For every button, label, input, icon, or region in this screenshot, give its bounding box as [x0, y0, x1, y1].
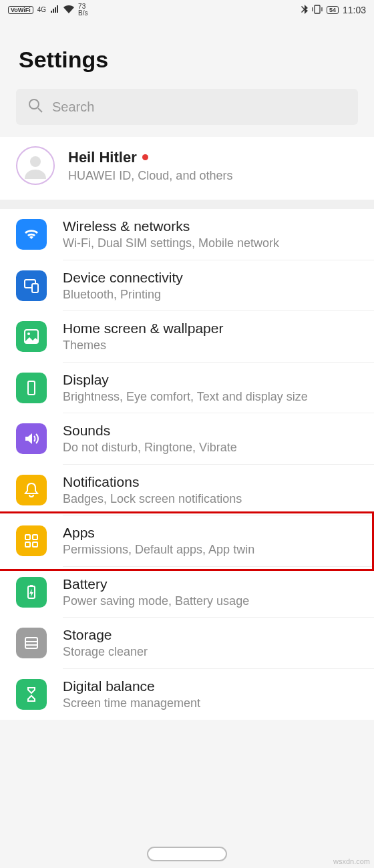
section-gap — [0, 200, 374, 209]
network-gen: 4G — [37, 7, 46, 13]
svg-rect-5 — [32, 284, 38, 292]
page-header: Settings — [0, 20, 374, 89]
row-subtitle: Themes — [63, 338, 223, 353]
svg-point-3 — [30, 156, 41, 167]
search-bar[interactable] — [16, 89, 358, 125]
clock: 11:03 — [343, 5, 366, 15]
search-input[interactable] — [52, 99, 346, 115]
svg-point-1 — [29, 99, 39, 109]
picture-icon — [16, 321, 47, 352]
row-subtitle: Do not disturb, Ringtone, Vibrate — [63, 440, 237, 455]
row-title: Battery — [63, 576, 249, 592]
avatar — [16, 146, 55, 185]
row-title: Storage — [63, 627, 148, 643]
battery-badge: 54 — [327, 6, 339, 14]
status-bar: VoWiFi 4G 73 B/s 54 11:03 — [0, 0, 374, 20]
account-name: Heil Hitler — [68, 149, 137, 166]
svg-rect-9 — [25, 535, 30, 539]
row-subtitle: Storage cleaner — [63, 644, 148, 660]
wifi-icon — [16, 219, 47, 250]
notification-dot-icon — [142, 154, 148, 160]
vibrate-icon — [312, 5, 323, 16]
svg-point-7 — [27, 333, 30, 335]
search-icon — [28, 98, 43, 116]
home-indicator[interactable] — [147, 847, 227, 861]
svg-rect-11 — [25, 542, 30, 547]
row-subtitle: Wi-Fi, Dual SIM settings, Mobile network — [63, 236, 279, 251]
row-subtitle: Screen time management — [63, 696, 200, 711]
settings-row-notif[interactable]: NotificationsBadges, Lock screen notific… — [0, 465, 374, 516]
page-title: Settings — [19, 47, 355, 73]
phone-icon — [16, 373, 47, 403]
svg-rect-14 — [30, 585, 33, 586]
settings-row-apps[interactable]: AppsPermissions, Default apps, App twin — [0, 515, 374, 567]
settings-row-storage[interactable]: StorageStorage cleaner — [0, 618, 374, 669]
settings-row-display[interactable]: DisplayBrightness, Eye comfort, Text and… — [0, 363, 374, 414]
row-title: Sounds — [63, 423, 237, 439]
account-subtitle: HUAWEI ID, Cloud, and others — [68, 169, 232, 183]
svg-rect-8 — [28, 381, 35, 395]
row-title: Display — [63, 372, 308, 388]
settings-row-wireless[interactable]: Wireless & networksWi-Fi, Dual SIM setti… — [0, 209, 374, 260]
vowifi-badge: VoWiFi — [8, 6, 33, 14]
row-title: Notifications — [63, 474, 242, 490]
svg-rect-10 — [33, 535, 37, 539]
settings-row-home[interactable]: Home screen & wallpaperThemes — [0, 311, 374, 363]
hourglass-icon — [16, 679, 47, 710]
settings-row-device[interactable]: Device connectivityBluetooth, Printing — [0, 260, 374, 312]
svg-rect-12 — [33, 542, 37, 547]
row-title: Device connectivity — [63, 270, 183, 286]
row-subtitle: Brightness, Eye comfort, Text and displa… — [63, 389, 308, 405]
row-subtitle: Permissions, Default apps, App twin — [63, 542, 254, 558]
wifi-status-icon — [63, 5, 74, 15]
row-title: Wireless & networks — [63, 218, 279, 234]
battery-icon — [16, 577, 47, 608]
svg-rect-0 — [315, 5, 320, 13]
storage-icon — [16, 628, 47, 658]
settings-row-sounds[interactable]: SoundsDo not disturb, Ringtone, Vibrate — [0, 413, 374, 465]
row-title: Digital balance — [63, 678, 200, 694]
account-row[interactable]: Heil Hitler HUAWEI ID, Cloud, and others — [0, 137, 374, 200]
svg-rect-15 — [25, 638, 37, 648]
grid-icon — [16, 525, 47, 556]
settings-row-digital[interactable]: Digital balanceScreen time management — [0, 669, 374, 720]
row-title: Home screen & wallpaper — [63, 320, 223, 337]
settings-row-battery[interactable]: BatteryPower saving mode, Battery usage — [0, 567, 374, 618]
speed-unit: B/s — [78, 10, 87, 17]
signal-icon — [50, 5, 59, 15]
bluetooth-icon — [301, 5, 308, 16]
watermark: wsxdn.com — [333, 857, 370, 865]
settings-list: Wireless & networksWi-Fi, Dual SIM setti… — [0, 209, 374, 720]
bell-icon — [16, 475, 47, 505]
row-subtitle: Badges, Lock screen notifications — [63, 491, 242, 507]
sound-icon — [16, 423, 47, 454]
row-subtitle: Power saving mode, Battery usage — [63, 594, 249, 609]
row-subtitle: Bluetooth, Printing — [63, 287, 183, 302]
row-title: Apps — [63, 525, 254, 541]
svg-line-2 — [38, 108, 42, 112]
devices-icon — [16, 270, 47, 301]
